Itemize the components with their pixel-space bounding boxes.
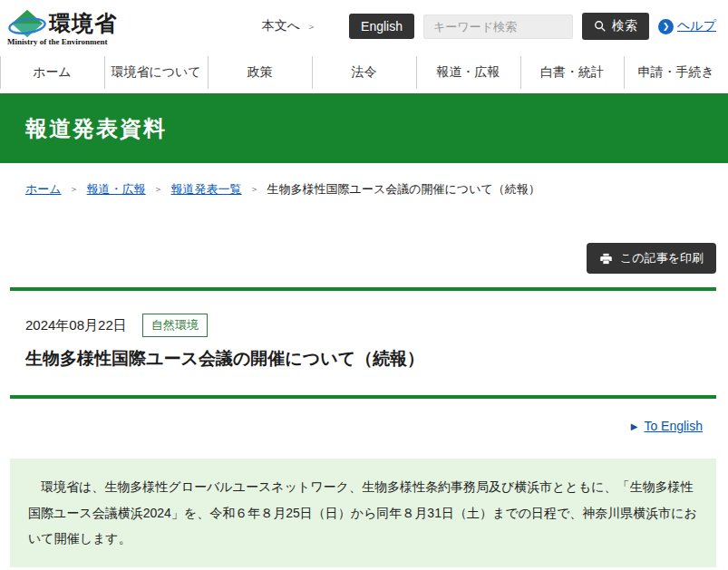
main-nav: ホーム 環境省について 政策 法令 報道・広報 白書・統計 申請・手続き	[0, 53, 728, 92]
nav-item-whitepaper[interactable]: 白書・統計	[520, 53, 625, 92]
moe-logo-icon	[7, 7, 47, 40]
page-banner: 報道発表資料	[0, 93, 728, 163]
article-meta: 2024年08月22日 自然環境	[25, 314, 728, 337]
logo-title: 環境省	[49, 9, 117, 38]
print-row: この記事を印刷	[0, 243, 716, 274]
nav-item-laws[interactable]: 法令	[312, 53, 416, 92]
green-divider-top	[10, 287, 716, 291]
moe-logo[interactable]: 環境省 Ministry of the Environment	[7, 7, 117, 46]
nav-item-press[interactable]: 報道・広報	[416, 53, 520, 92]
breadcrumb-current: 生物多様性国際ユース会議の開催について（続報）	[267, 181, 540, 198]
logo-subtitle: Ministry of the Environment	[7, 37, 117, 46]
breadcrumb-link-home[interactable]: ホーム	[25, 181, 62, 198]
to-english-row: ▶ To English	[0, 419, 703, 433]
breadcrumb-separator-icon: ＞	[70, 183, 79, 196]
nav-item-application[interactable]: 申請・手続き	[624, 53, 728, 92]
nav-item-about[interactable]: 環境省について	[104, 53, 209, 92]
skip-link-label: 本文へ	[262, 18, 300, 34]
search-icon	[594, 20, 607, 33]
help-link[interactable]: ❯ ヘルプ	[658, 18, 716, 34]
breadcrumb-link-press-list[interactable]: 報道発表一覧	[171, 181, 242, 198]
article-date: 2024年08月22日	[25, 317, 127, 334]
triangle-right-icon: ▶	[631, 421, 638, 431]
search-button[interactable]: 検索	[582, 13, 649, 40]
logo-row: 環境省	[7, 7, 117, 40]
breadcrumb-link-press[interactable]: 報道・広報	[87, 181, 146, 198]
search-button-label: 検索	[612, 18, 637, 34]
article-summary-text: 環境省は、生物多様性グローバルユースネットワーク、生物多様性条約事務局及び横浜市…	[28, 474, 698, 552]
help-link-label: ヘルプ	[677, 18, 716, 34]
english-button[interactable]: English	[349, 14, 414, 39]
nav-item-policy[interactable]: 政策	[208, 53, 312, 92]
english-button-label: English	[361, 19, 403, 34]
print-article-button[interactable]: この記事を印刷	[587, 243, 716, 274]
to-english-link[interactable]: To English	[644, 419, 703, 433]
breadcrumb-separator-icon: ＞	[250, 183, 259, 196]
category-badge[interactable]: 自然環境	[142, 314, 208, 337]
nav-item-home[interactable]: ホーム	[0, 53, 104, 92]
green-divider-bottom	[10, 395, 716, 399]
article-title: 生物多様性国際ユース会議の開催について（続報）	[25, 347, 703, 371]
print-button-label: この記事を印刷	[620, 250, 704, 266]
skip-to-content-link[interactable]: 本文へ ＞	[262, 18, 316, 34]
header-controls: 本文へ ＞ English 検索 ❯ ヘルプ	[262, 13, 716, 40]
breadcrumb-separator-icon: ＞	[154, 183, 163, 196]
page-title: 報道発表資料	[25, 114, 167, 143]
site-header: 環境省 Ministry of the Environment 本文へ ＞ En…	[0, 0, 728, 53]
printer-icon	[599, 252, 613, 266]
search-input[interactable]	[423, 14, 573, 39]
help-arrow-icon: ❯	[658, 19, 674, 34]
breadcrumb: ホーム ＞ 報道・広報 ＞ 報道発表一覧 ＞ 生物多様性国際ユース会議の開催につ…	[25, 181, 716, 198]
chevron-right-icon: ＞	[306, 20, 316, 34]
article-summary-box: 環境省は、生物多様性グローバルユースネットワーク、生物多様性条約事務局及び横浜市…	[10, 459, 716, 567]
